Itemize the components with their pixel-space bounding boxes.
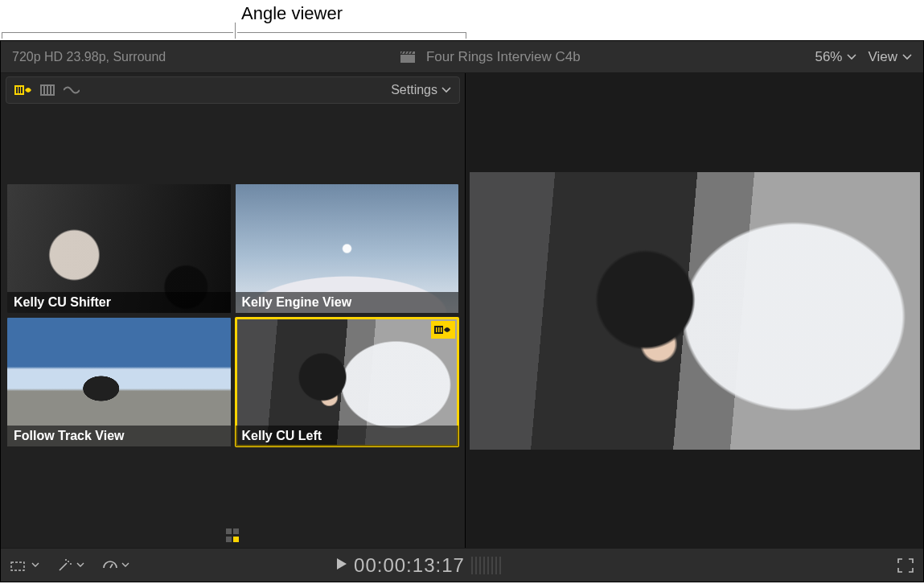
- timecode-value: 00:00:13:17: [354, 554, 465, 577]
- chevron-down-icon: [847, 54, 856, 60]
- annotation-tick: [235, 23, 236, 39]
- svg-rect-19: [11, 562, 24, 570]
- angle-cell-engine[interactable]: Kelly Engine View: [236, 184, 459, 313]
- audio-only-mode-button[interactable]: [63, 82, 80, 98]
- svg-rect-0: [400, 55, 415, 63]
- svg-rect-9: [21, 87, 23, 93]
- app-window: 720p HD 23.98p, Surround Four Rings Inte…: [0, 40, 924, 582]
- annotation-label: Angle viewer: [241, 3, 343, 24]
- fullscreen-button[interactable]: [897, 558, 914, 573]
- angle-settings-menu[interactable]: Settings: [391, 83, 451, 97]
- settings-label: Settings: [391, 83, 437, 97]
- svg-marker-24: [337, 558, 347, 570]
- svg-rect-16: [436, 327, 437, 332]
- effects-menu[interactable]: [57, 558, 84, 573]
- angle-label: Follow Track View: [7, 426, 231, 446]
- viewer-frame: [470, 172, 920, 450]
- svg-rect-12: [45, 86, 47, 94]
- chevron-down-icon: [902, 54, 912, 60]
- svg-line-23: [110, 564, 113, 568]
- view-menu[interactable]: View: [868, 49, 912, 65]
- zoom-menu[interactable]: 56%: [815, 49, 856, 65]
- video-audio-mode-button[interactable]: [14, 82, 32, 98]
- svg-point-20: [68, 561, 69, 562]
- timecode-display[interactable]: 00:00:13:17: [336, 554, 502, 577]
- clip-title: Four Rings Interview C4b: [426, 49, 581, 65]
- angle-toolbar: Settings: [6, 76, 460, 104]
- angle-label: Kelly CU Shifter: [7, 292, 231, 313]
- retime-menu[interactable]: [102, 558, 129, 573]
- svg-rect-13: [48, 86, 50, 94]
- viewer-top-bar: 720p HD 23.98p, Surround Four Rings Inte…: [1, 41, 923, 73]
- clip-appearance-menu[interactable]: [10, 559, 39, 572]
- main-viewer[interactable]: [466, 73, 923, 548]
- angle-grid-wrap: Kelly CU Shifter Kelly Engine View Follo…: [1, 107, 465, 524]
- audio-meter-icon: [471, 557, 502, 574]
- angle-label: Kelly CU Left: [236, 426, 459, 446]
- angle-label: Kelly Engine View: [236, 292, 459, 313]
- zoom-value: 56%: [815, 49, 842, 65]
- angle-cell-shifter[interactable]: Kelly CU Shifter: [7, 184, 231, 313]
- annotation-callout: Angle viewer: [0, 0, 924, 40]
- clapboard-icon: [400, 51, 415, 63]
- angle-footer: [1, 524, 465, 548]
- svg-rect-17: [438, 327, 440, 332]
- active-angle-badge-icon: [431, 321, 455, 339]
- play-icon: [336, 557, 347, 573]
- angle-cell-follow[interactable]: Follow Track View: [7, 318, 231, 446]
- svg-rect-14: [51, 86, 53, 94]
- svg-point-21: [70, 563, 72, 565]
- timeline-toolbar: 00:00:13:17: [1, 548, 923, 582]
- main-split: Settings Kelly CU Shifter Kelly Engine V…: [1, 73, 923, 548]
- svg-rect-7: [16, 87, 18, 93]
- format-info: 720p HD 23.98p, Surround: [12, 50, 166, 64]
- angle-grid: Kelly CU Shifter Kelly Engine View Follo…: [7, 184, 458, 446]
- video-only-mode-button[interactable]: [39, 82, 56, 98]
- angle-cell-culeft[interactable]: Kelly CU Left: [236, 318, 459, 446]
- svg-rect-11: [42, 86, 43, 94]
- annotation-bracket-right: [237, 32, 466, 39]
- view-label: View: [868, 49, 897, 65]
- svg-point-22: [65, 559, 67, 561]
- angle-viewer-pane: Settings Kelly CU Shifter Kelly Engine V…: [1, 73, 466, 548]
- annotation-bracket-left: [2, 32, 233, 39]
- svg-rect-8: [18, 87, 20, 93]
- angle-layout-indicator[interactable]: [226, 528, 240, 543]
- chevron-down-icon: [441, 87, 451, 93]
- svg-rect-18: [441, 327, 442, 332]
